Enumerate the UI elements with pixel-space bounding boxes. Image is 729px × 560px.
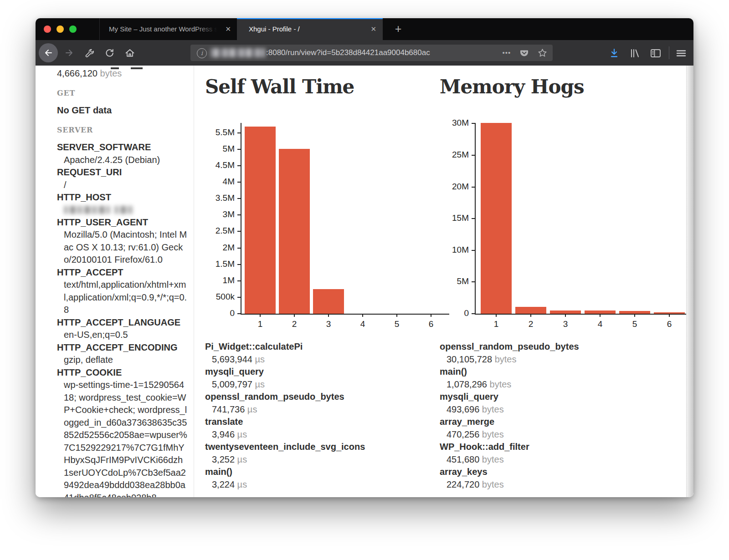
function-name[interactable]: main() <box>205 466 424 479</box>
function-name[interactable]: openssl_random_pseudo_bytes <box>440 341 658 353</box>
home-icon <box>125 48 135 58</box>
library-icon[interactable] <box>629 48 641 57</box>
y-axis-tick-label: 25M <box>436 150 469 160</box>
back-button[interactable] <box>39 43 58 62</box>
y-axis-tick-label: 0 <box>202 308 235 318</box>
function-name[interactable]: translate <box>205 416 424 428</box>
x-axis-tick <box>496 314 497 317</box>
wrench-icon[interactable] <box>85 48 94 57</box>
tab-wordpress-site[interactable]: My Site – Just another WordPress si ✕ <box>99 18 237 40</box>
server-section-heading: SERVER <box>57 124 187 137</box>
y-axis-tick <box>472 281 475 282</box>
y-axis-tick-label: 20M <box>436 182 469 192</box>
server-entry-key: HTTP_ACCEPT_LANGUAGE <box>57 316 187 329</box>
bar[interactable] <box>313 289 344 314</box>
x-axis-tick-label: 5 <box>387 319 407 329</box>
menu-icon[interactable] <box>675 48 687 57</box>
x-axis-tick <box>565 314 566 317</box>
close-tab-icon[interactable]: ✕ <box>225 18 231 40</box>
y-axis-tick <box>237 248 241 249</box>
pocket-icon[interactable] <box>519 48 529 57</box>
y-axis-tick <box>472 218 475 219</box>
new-tab-button[interactable]: + <box>389 18 407 40</box>
tab-title: Xhgui - Profile - / <box>249 18 363 40</box>
y-axis-tick <box>237 182 241 183</box>
wall-time-list: Pi_Widget::calculatePi5,693,944 µsmysqli… <box>205 341 424 491</box>
server-entry-value: en-US,en;q=0.5 <box>57 329 187 341</box>
function-value: 3,252 µs <box>205 453 424 466</box>
bar[interactable] <box>245 127 276 314</box>
memory-chart: 05M10M15M20M25M30M123456 <box>475 123 686 314</box>
x-axis-tick <box>600 314 601 317</box>
server-entry-key: HTTP_ACCEPT_ENCODING <box>57 341 187 354</box>
bar[interactable] <box>279 149 310 314</box>
close-tab-icon[interactable]: ✕ <box>370 18 376 40</box>
nav-toolbar: i :8080/run/view?id=5b238d84421aa9004b68… <box>36 40 693 66</box>
y-axis-tick-label: 3.5M <box>202 193 235 203</box>
function-name[interactable]: openssl_random_pseudo_bytes <box>205 391 424 403</box>
y-axis-line <box>241 123 241 315</box>
blurred-host-value <box>57 204 187 216</box>
function-value: 493,696 bytes <box>440 403 658 416</box>
y-axis-tick <box>237 132 241 133</box>
page-actions-icon[interactable]: ••• <box>502 49 511 58</box>
y-axis-tick <box>472 313 475 314</box>
y-axis-tick <box>472 187 475 188</box>
function-name[interactable]: array_keys <box>440 466 658 479</box>
function-name[interactable]: mysqli_query <box>205 366 424 378</box>
function-name[interactable]: Pi_Widget::calculatePi <box>205 341 424 353</box>
server-entry-list: SERVER_SOFTWAREApache/2.4.25 (Debian)REQ… <box>57 141 187 497</box>
function-name[interactable]: WP_Hook::add_filter <box>440 441 658 453</box>
bookmark-star-icon[interactable] <box>538 48 547 57</box>
sidebar-toggle-icon[interactable] <box>650 48 662 57</box>
function-name[interactable]: array_merge <box>440 416 658 428</box>
memory-hogs-title: Memory Hogs <box>440 76 584 98</box>
back-arrow-icon <box>44 48 53 57</box>
x-axis-line <box>475 314 686 315</box>
traffic-light-close[interactable] <box>44 25 51 33</box>
function-value: 451,680 bytes <box>440 453 658 466</box>
y-axis-tick <box>237 280 241 281</box>
server-entry-key: REQUEST_URI <box>57 166 187 179</box>
wall-time-chart: 0500k1M1.5M2M2.5M3M3.5M4M4.5M5M5.5M12345… <box>241 123 449 314</box>
y-axis-tick-label: 10M <box>436 245 469 255</box>
scrollbar[interactable] <box>686 66 693 497</box>
y-axis-tick <box>472 155 475 156</box>
bar[interactable] <box>550 311 581 314</box>
tab-xhgui-profile[interactable]: Xhgui - Profile - / ✕ <box>237 18 383 40</box>
x-axis-tick-label: 2 <box>284 319 304 329</box>
function-value: 30,105,728 bytes <box>440 353 658 366</box>
bar[interactable] <box>585 311 616 314</box>
bar[interactable] <box>515 307 546 314</box>
browser-window: My Site – Just another WordPress si ✕ Xh… <box>36 18 693 497</box>
home-button[interactable] <box>125 48 134 57</box>
wall-time-title: Self Wall Time <box>205 76 354 98</box>
get-section-heading: GET <box>57 87 187 100</box>
function-name[interactable]: mysqli_query <box>440 391 658 403</box>
url-bar[interactable]: i :8080/run/view?id=5b238d84421aa9004b68… <box>190 45 553 61</box>
url-text: :8080/run/view?id=5b238d84421aa9004b680a… <box>266 45 480 61</box>
site-info-icon[interactable]: i <box>197 48 207 58</box>
function-value: 5,693,944 µs <box>205 353 424 366</box>
server-entry-value: / <box>57 179 187 192</box>
blurred-host <box>210 48 265 57</box>
y-axis-tick-label: 5M <box>202 144 235 154</box>
x-axis-tick <box>362 314 363 317</box>
reload-button[interactable] <box>105 48 114 57</box>
bar[interactable] <box>481 123 512 314</box>
traffic-light-minimize[interactable] <box>56 25 64 33</box>
forward-button[interactable] <box>65 48 74 57</box>
server-entry-value: wp-settings-time-1=1529056418; wordpress… <box>57 379 187 497</box>
traffic-light-zoom[interactable] <box>69 25 77 33</box>
y-axis-tick <box>237 313 241 314</box>
function-value: 3,946 µs <box>205 428 424 441</box>
x-axis-tick <box>260 314 261 317</box>
function-name[interactable]: twentyseventeen_include_svg_icons <box>205 441 424 453</box>
download-icon[interactable] <box>609 48 620 57</box>
server-entry-value: text/html,application/xhtml+xml,applicat… <box>57 279 187 316</box>
x-axis-tick <box>669 314 670 317</box>
function-name[interactable]: main() <box>440 366 658 378</box>
sidebar: 4,666,120 bytes GET No GET data SERVER S… <box>36 66 194 497</box>
y-axis-tick-label: 15M <box>436 213 469 223</box>
y-axis-tick <box>237 198 241 199</box>
